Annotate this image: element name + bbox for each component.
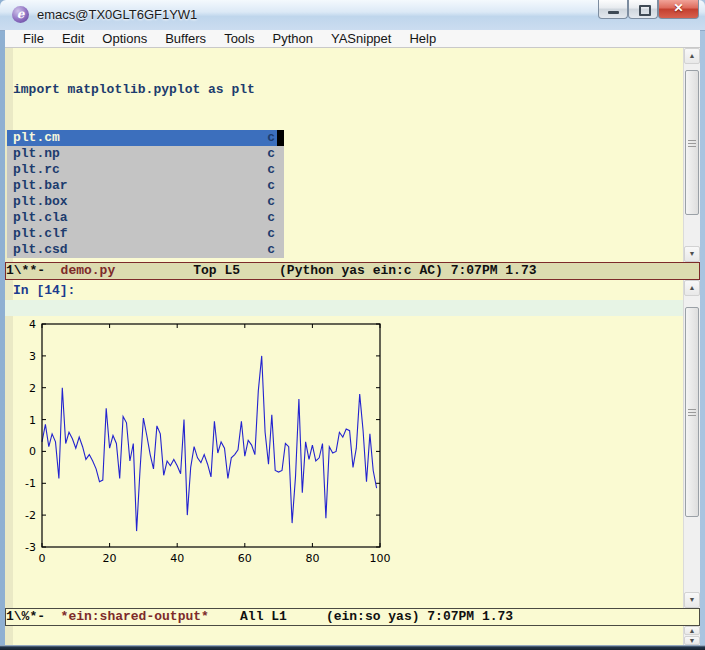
- completion-item[interactable]: plt.clac: [7, 210, 284, 226]
- axes-box: [42, 324, 380, 547]
- completion-annotation: c: [267, 210, 275, 226]
- completion-annotation: c: [267, 178, 275, 194]
- scrollbar-output-window[interactable]: ▲ ▼: [683, 280, 700, 608]
- completion-label: plt.cla: [13, 210, 68, 225]
- completion-annotation: c: [267, 242, 275, 258]
- y-tick-label: 4: [29, 318, 36, 331]
- menu-buffers[interactable]: Buffers: [156, 31, 215, 46]
- scroll-down-arrow-icon[interactable]: ▼: [684, 246, 700, 262]
- y-tick-label: 0: [29, 445, 36, 458]
- popup-cursor: [277, 130, 284, 146]
- maximize-icon: [639, 5, 651, 16]
- modeline-flags: 1\**-: [6, 263, 61, 278]
- y-tick-label: 2: [29, 382, 36, 395]
- window-frame-border: [0, 645, 705, 650]
- completion-annotation: c: [267, 194, 275, 210]
- menu-bar: File Edit Options Buffers Tools Python Y…: [5, 30, 700, 48]
- scroll-down-arrow-icon[interactable]: ▼: [684, 592, 700, 608]
- left-fringe: [5, 626, 13, 645]
- minimize-icon: [608, 11, 619, 14]
- completion-item[interactable]: plt.clfc: [7, 226, 284, 242]
- scrollbar-thumb[interactable]: [685, 307, 699, 517]
- menu-file[interactable]: File: [14, 31, 53, 46]
- thumb-grip-icon: [688, 143, 696, 144]
- plot-svg: 020406080100-3-2-101234: [5, 316, 683, 608]
- y-tick-label: 3: [29, 350, 36, 363]
- ipython-prompt: In [14]:: [13, 283, 75, 298]
- menu-python[interactable]: Python: [263, 31, 321, 46]
- thumb-grip-icon: [688, 412, 696, 413]
- menu-tools[interactable]: Tools: [215, 31, 263, 46]
- x-tick-label: 60: [238, 552, 252, 565]
- close-icon: ✕: [659, 1, 698, 15]
- completion-annotation: c: [267, 162, 275, 178]
- x-tick-label: 20: [103, 552, 117, 565]
- menu-options[interactable]: Options: [93, 31, 156, 46]
- modeline-buffer-name: *ein:shared-output*: [61, 609, 209, 624]
- completion-annotation: c: [267, 146, 275, 162]
- scroll-up-arrow-icon[interactable]: ▲: [684, 48, 700, 64]
- completion-annotation: c: [267, 130, 275, 146]
- y-tick-label: 1: [29, 414, 36, 427]
- window-title: emacs@TX0GLT6GF1YW1: [37, 7, 197, 22]
- scrollbar-thumb[interactable]: [685, 70, 699, 215]
- data-line: [42, 356, 377, 531]
- completion-item[interactable]: plt.rcc: [7, 162, 284, 178]
- code-buffer[interactable]: import matplotlib.pyplot as plt import n…: [5, 48, 683, 262]
- completion-item[interactable]: plt.csdc: [7, 242, 284, 258]
- completion-item-selected[interactable]: plt.cmc: [7, 130, 284, 146]
- code-line: import matplotlib.pyplot as plt: [13, 82, 255, 98]
- completion-label: plt.box: [13, 194, 68, 209]
- x-tick-label: 100: [370, 552, 391, 565]
- completion-label: plt.np: [13, 146, 60, 161]
- title-bar[interactable]: e emacs@TX0GLT6GF1YW1 ✕: [0, 0, 705, 31]
- x-tick-label: 40: [170, 552, 184, 565]
- completion-label: plt.csd: [13, 242, 68, 257]
- completion-item[interactable]: plt.npc: [7, 146, 284, 162]
- emacs-icon: e: [12, 6, 29, 23]
- emacs-window: e emacs@TX0GLT6GF1YW1 ✕ File Edit Option…: [0, 0, 705, 650]
- mode-line-inactive: 1\%*- *ein:shared-output* All L1 (ein:so…: [5, 608, 700, 626]
- completion-label: plt.bar: [13, 178, 68, 193]
- y-tick-label: -3: [25, 541, 36, 554]
- minimize-button[interactable]: [598, 0, 628, 19]
- modeline-modes: (ein:so yas) 7:07PM 1.73: [326, 609, 513, 624]
- menu-edit[interactable]: Edit: [53, 31, 93, 46]
- completion-item[interactable]: plt.barc: [7, 178, 284, 194]
- modeline-modes: (Python yas ein:c AC) 7:07PM 1.73: [279, 263, 536, 278]
- x-tick-label: 80: [305, 552, 319, 565]
- completion-label: plt.cm: [13, 130, 60, 145]
- scrollbar-code-window[interactable]: ▲ ▼: [683, 48, 700, 262]
- mode-line-active: 1\**- demo.py Top L5 (Python yas ein:c A…: [5, 262, 700, 280]
- menu-help[interactable]: Help: [400, 31, 445, 46]
- modeline-flags: 1\%*-: [6, 609, 61, 624]
- scroll-up-arrow-icon[interactable]: ▲: [684, 626, 700, 635]
- output-buffer[interactable]: In [14]: 020406080100-3-2-101234: [5, 280, 683, 608]
- y-tick-label: -2: [25, 509, 36, 522]
- output-cell-area: [5, 300, 683, 316]
- modeline-buffer-name: demo.py: [61, 263, 116, 278]
- scroll-down-arrow-icon[interactable]: ▼: [684, 636, 700, 645]
- y-tick-label: -1: [25, 477, 36, 490]
- modeline-position: Top L5: [115, 263, 279, 278]
- scroll-up-arrow-icon[interactable]: ▲: [684, 280, 700, 296]
- completion-item[interactable]: plt.boxc: [7, 194, 284, 210]
- completion-label: plt.clf: [13, 226, 68, 241]
- completion-annotation: c: [267, 226, 275, 242]
- maximize-button[interactable]: [628, 0, 658, 19]
- scrollbar-minibuffer[interactable]: ▲ ▼: [683, 626, 700, 645]
- menu-yasnippet[interactable]: YASnippet: [322, 31, 400, 46]
- autocomplete-popup: plt.cmc plt.npc plt.rcc plt.barc plt.box…: [7, 130, 284, 258]
- modeline-position: All L1: [209, 609, 326, 624]
- completion-label: plt.rc: [13, 162, 60, 177]
- close-button[interactable]: ✕: [658, 0, 699, 19]
- x-tick-label: 0: [39, 552, 46, 565]
- minibuffer[interactable]: [5, 626, 683, 645]
